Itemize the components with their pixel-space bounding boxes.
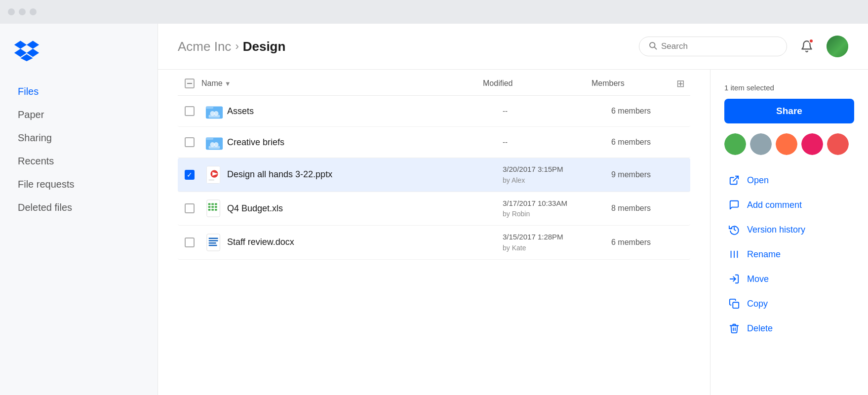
- select-all-checkbox[interactable]: [185, 79, 195, 88]
- file-type-icon: [201, 102, 227, 120]
- right-panel: 1 item selected Share: [710, 70, 868, 395]
- search-input[interactable]: [661, 41, 778, 51]
- docx-file-icon: [205, 233, 224, 252]
- svg-rect-20: [208, 206, 211, 208]
- svg-rect-30: [209, 245, 217, 246]
- row-checkbox[interactable]: [185, 203, 195, 213]
- table-row[interactable]: Q4 Budget.xls 3/17/2017 10:33AM by Robin…: [178, 192, 690, 226]
- sidebar-item-paper[interactable]: Paper: [14, 104, 144, 125]
- row-checkbox-cell[interactable]: ✓: [178, 170, 201, 180]
- file-name: Staff review.docx: [227, 237, 503, 247]
- table-row[interactable]: Assets -- 6 members: [178, 96, 690, 127]
- file-name: Assets: [227, 106, 503, 117]
- svg-rect-23: [208, 209, 211, 211]
- sort-arrow-icon: ▼: [225, 80, 231, 87]
- action-delete[interactable]: Delete: [724, 317, 854, 340]
- action-copy-label: Copy: [747, 299, 768, 309]
- breadcrumb-separator: ›: [235, 40, 238, 53]
- search-icon: [648, 41, 657, 52]
- sidebar-logo[interactable]: [14, 40, 144, 63]
- file-modified: 3/17/2017 10:33AM by Robin: [503, 198, 611, 220]
- sidebar-item-files[interactable]: Files: [14, 81, 144, 102]
- file-type-icon: [201, 133, 227, 152]
- titlebar: [0, 0, 868, 24]
- file-members: 6 members: [611, 138, 690, 147]
- notification-button[interactable]: [797, 37, 817, 56]
- column-name-header[interactable]: Name ▼: [201, 79, 483, 88]
- column-members-header[interactable]: Members: [592, 79, 671, 88]
- action-add-comment[interactable]: Add comment: [724, 194, 854, 216]
- pptx-file-icon: [205, 165, 224, 184]
- user-avatar[interactable]: [827, 36, 848, 57]
- member-avatar: [801, 133, 823, 155]
- svg-rect-25: [215, 209, 217, 211]
- svg-rect-15: [209, 179, 214, 180]
- row-checkbox[interactable]: [185, 137, 195, 147]
- file-name: Design all hands 3-22.pptx: [227, 169, 503, 180]
- grid-view-toggle[interactable]: ⊞: [671, 78, 690, 89]
- sidebar-item-deleted-files[interactable]: Deleted files: [14, 197, 144, 218]
- member-avatar: [827, 133, 849, 155]
- table-row[interactable]: Staff review.docx 3/15/2017 1:28PM by Ka…: [178, 226, 690, 260]
- file-name: Q4 Budget.xls: [227, 203, 503, 214]
- file-members: 6 members: [611, 238, 690, 247]
- action-rename-label: Rename: [747, 249, 781, 260]
- action-open[interactable]: Open: [724, 169, 854, 192]
- svg-rect-24: [211, 209, 214, 211]
- action-comment-label: Add comment: [747, 200, 802, 210]
- comment-icon: [728, 199, 740, 210]
- svg-rect-8: [206, 138, 213, 140]
- sidebar-item-file-requests[interactable]: File requests: [14, 174, 144, 195]
- action-list: Open Add comment: [724, 169, 854, 340]
- row-checkbox-cell[interactable]: [178, 237, 201, 247]
- folder-shared-icon: [205, 133, 224, 152]
- breadcrumb: Acme Inc › Design: [178, 39, 285, 54]
- row-checkbox[interactable]: ✓: [185, 170, 195, 180]
- sidebar-item-recents[interactable]: Recents: [14, 151, 144, 172]
- rename-icon: [728, 249, 740, 260]
- header-right: [639, 36, 848, 57]
- file-modified: 3/20/2017 3:15PM by Alex: [503, 164, 611, 186]
- file-list: Name ▼ Modified Members ⊞: [158, 70, 710, 395]
- titlebar-dot-red: [8, 8, 15, 15]
- action-copy[interactable]: Copy: [724, 292, 854, 315]
- row-checkbox-cell[interactable]: [178, 106, 201, 116]
- action-version-history-label: Version history: [747, 225, 805, 235]
- move-icon: [728, 274, 740, 284]
- breadcrumb-parent[interactable]: Acme Inc: [178, 39, 231, 54]
- svg-rect-18: [211, 203, 214, 205]
- svg-line-1: [654, 47, 656, 49]
- column-modified-header[interactable]: Modified: [483, 79, 592, 88]
- file-modified: --: [503, 106, 611, 117]
- selected-count: 1 item selected: [724, 83, 854, 92]
- member-avatar: [750, 133, 772, 155]
- table-header: Name ▼ Modified Members ⊞: [178, 70, 690, 96]
- select-all-checkbox-cell[interactable]: [178, 79, 201, 88]
- action-version-history[interactable]: Version history: [724, 218, 854, 241]
- copy-icon: [728, 298, 740, 309]
- xls-file-icon: [205, 199, 224, 218]
- file-members: 8 members: [611, 204, 690, 213]
- grid-icon: ⊞: [676, 78, 685, 89]
- row-checkbox-cell[interactable]: [178, 203, 201, 213]
- svg-rect-28: [209, 240, 218, 241]
- action-move[interactable]: Move: [724, 268, 854, 290]
- table-row[interactable]: Creative briefs -- 6 members: [178, 127, 690, 158]
- titlebar-dot-yellow: [19, 8, 26, 15]
- member-avatar: [776, 133, 797, 155]
- sidebar-item-sharing[interactable]: Sharing: [14, 127, 144, 149]
- checkmark-icon: ✓: [187, 171, 193, 178]
- sidebar: Files Paper Sharing Recents File request…: [0, 24, 158, 395]
- svg-rect-3: [206, 107, 213, 109]
- search-bar[interactable]: [639, 37, 787, 56]
- svg-rect-6: [209, 115, 220, 118]
- svg-rect-16: [207, 200, 220, 217]
- folder-shared-icon: [205, 102, 224, 120]
- file-members: 9 members: [611, 170, 690, 179]
- share-button[interactable]: Share: [724, 99, 854, 123]
- row-checkbox[interactable]: [185, 106, 195, 116]
- action-rename[interactable]: Rename: [724, 243, 854, 266]
- row-checkbox[interactable]: [185, 237, 195, 247]
- row-checkbox-cell[interactable]: [178, 137, 201, 147]
- table-row[interactable]: ✓ Design all hands 3-22.pptx: [178, 158, 690, 192]
